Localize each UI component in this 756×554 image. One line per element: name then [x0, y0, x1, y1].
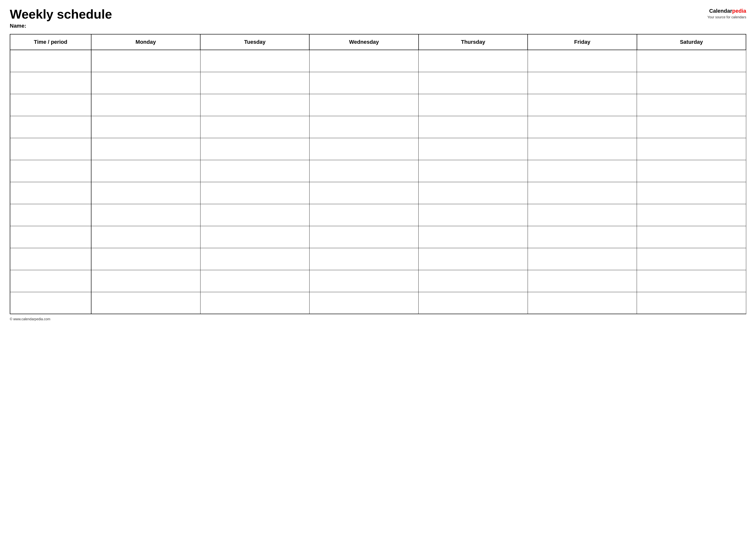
schedule-cell[interactable] — [200, 138, 309, 160]
time-cell[interactable] — [10, 94, 91, 116]
schedule-cell[interactable] — [637, 226, 746, 248]
schedule-cell[interactable] — [200, 270, 309, 292]
schedule-cell[interactable] — [419, 292, 528, 314]
schedule-cell[interactable] — [91, 248, 200, 270]
schedule-cell[interactable] — [309, 248, 418, 270]
time-cell[interactable] — [10, 160, 91, 182]
schedule-cell[interactable] — [637, 160, 746, 182]
schedule-cell[interactable] — [637, 270, 746, 292]
schedule-cell[interactable] — [419, 116, 528, 138]
schedule-cell[interactable] — [309, 160, 418, 182]
schedule-cell[interactable] — [419, 72, 528, 94]
schedule-cell[interactable] — [637, 248, 746, 270]
schedule-cell[interactable] — [91, 226, 200, 248]
time-cell[interactable] — [10, 182, 91, 204]
time-cell[interactable] — [10, 270, 91, 292]
schedule-cell[interactable] — [309, 94, 418, 116]
schedule-cell[interactable] — [637, 94, 746, 116]
schedule-cell[interactable] — [309, 50, 418, 72]
schedule-cell[interactable] — [200, 292, 309, 314]
schedule-cell[interactable] — [91, 116, 200, 138]
time-cell[interactable] — [10, 72, 91, 94]
schedule-cell[interactable] — [419, 50, 528, 72]
table-row — [10, 248, 746, 270]
schedule-cell[interactable] — [528, 138, 637, 160]
col-header-saturday: Saturday — [637, 34, 746, 50]
col-header-time: Time / period — [10, 34, 91, 50]
schedule-cell[interactable] — [528, 160, 637, 182]
col-header-tuesday: Tuesday — [200, 34, 309, 50]
col-header-friday: Friday — [528, 34, 637, 50]
schedule-cell[interactable] — [637, 50, 746, 72]
schedule-cell[interactable] — [419, 204, 528, 226]
schedule-cell[interactable] — [419, 248, 528, 270]
schedule-cell[interactable] — [200, 248, 309, 270]
logo-calendar: Calendar — [709, 8, 732, 14]
schedule-cell[interactable] — [528, 248, 637, 270]
schedule-table: Time / period Monday Tuesday Wednesday T… — [10, 34, 746, 314]
schedule-cell[interactable] — [637, 116, 746, 138]
time-cell[interactable] — [10, 138, 91, 160]
schedule-cell[interactable] — [637, 138, 746, 160]
schedule-cell[interactable] — [91, 94, 200, 116]
schedule-cell[interactable] — [200, 94, 309, 116]
schedule-cell[interactable] — [309, 292, 418, 314]
schedule-cell[interactable] — [637, 204, 746, 226]
schedule-cell[interactable] — [200, 226, 309, 248]
schedule-cell[interactable] — [637, 182, 746, 204]
schedule-cell[interactable] — [91, 182, 200, 204]
schedule-cell[interactable] — [637, 72, 746, 94]
schedule-cell[interactable] — [528, 182, 637, 204]
schedule-cell[interactable] — [200, 182, 309, 204]
schedule-cell[interactable] — [309, 138, 418, 160]
time-cell[interactable] — [10, 204, 91, 226]
time-cell[interactable] — [10, 292, 91, 314]
schedule-cell[interactable] — [528, 226, 637, 248]
schedule-cell[interactable] — [91, 270, 200, 292]
time-cell[interactable] — [10, 116, 91, 138]
schedule-cell[interactable] — [91, 72, 200, 94]
schedule-cell[interactable] — [91, 204, 200, 226]
schedule-cell[interactable] — [91, 292, 200, 314]
schedule-cell[interactable] — [200, 116, 309, 138]
table-row — [10, 270, 746, 292]
schedule-cell[interactable] — [309, 72, 418, 94]
table-row — [10, 72, 746, 94]
schedule-cell[interactable] — [309, 182, 418, 204]
schedule-cell[interactable] — [309, 204, 418, 226]
schedule-cell[interactable] — [200, 50, 309, 72]
name-label: Name: — [10, 23, 112, 29]
schedule-cell[interactable] — [528, 116, 637, 138]
schedule-cell[interactable] — [528, 204, 637, 226]
time-cell[interactable] — [10, 50, 91, 72]
schedule-cell[interactable] — [528, 270, 637, 292]
schedule-cell[interactable] — [528, 94, 637, 116]
table-row — [10, 204, 746, 226]
schedule-cell[interactable] — [200, 72, 309, 94]
schedule-cell[interactable] — [309, 270, 418, 292]
schedule-cell[interactable] — [91, 50, 200, 72]
table-row — [10, 292, 746, 314]
schedule-cell[interactable] — [528, 292, 637, 314]
title-section: Weekly schedule Name: — [10, 7, 112, 29]
schedule-cell[interactable] — [528, 50, 637, 72]
schedule-cell[interactable] — [419, 182, 528, 204]
schedule-cell[interactable] — [419, 94, 528, 116]
schedule-cell[interactable] — [419, 270, 528, 292]
time-cell[interactable] — [10, 226, 91, 248]
schedule-cell[interactable] — [200, 160, 309, 182]
logo-tagline: Your source for calendars — [707, 15, 746, 20]
schedule-cell[interactable] — [200, 204, 309, 226]
schedule-cell[interactable] — [528, 72, 637, 94]
schedule-cell[interactable] — [419, 138, 528, 160]
time-cell[interactable] — [10, 248, 91, 270]
footer-url: © www.calendarpedia.com — [10, 317, 50, 321]
schedule-cell[interactable] — [637, 292, 746, 314]
schedule-cell[interactable] — [91, 138, 200, 160]
table-row — [10, 94, 746, 116]
schedule-cell[interactable] — [309, 116, 418, 138]
schedule-cell[interactable] — [91, 160, 200, 182]
schedule-cell[interactable] — [419, 160, 528, 182]
schedule-cell[interactable] — [309, 226, 418, 248]
schedule-cell[interactable] — [419, 226, 528, 248]
